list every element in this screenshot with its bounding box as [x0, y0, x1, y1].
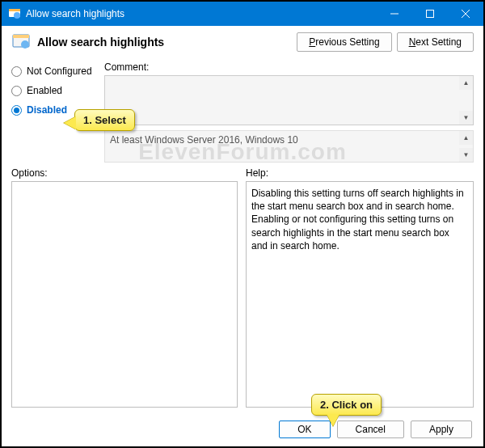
radio-label: Disabled	[27, 104, 67, 116]
scroll-down-icon[interactable]: ▼	[459, 148, 473, 162]
previous-setting-button[interactable]: Previous Setting	[297, 32, 391, 52]
minimize-button[interactable]	[377, 2, 412, 26]
radio-dot-icon	[11, 105, 22, 116]
apply-button[interactable]: Apply	[411, 421, 472, 438]
callout-click: 2. Click on	[311, 394, 382, 416]
help-text: Disabling this setting turns off search …	[251, 188, 464, 251]
scroll-down-icon[interactable]: ▼	[459, 111, 473, 125]
radio-dot-icon	[11, 66, 22, 77]
cancel-button[interactable]: Cancel	[337, 421, 404, 438]
window-title: Allow search highlights	[26, 8, 377, 19]
svg-point-9	[21, 40, 29, 49]
next-setting-button[interactable]: Next Setting	[397, 32, 474, 52]
policy-icon	[8, 7, 21, 20]
radio-dot-icon	[11, 86, 22, 96]
supported-on-box: At least Windows Server 2016, Windows 10…	[104, 130, 474, 163]
callout-select: 1. Select	[74, 109, 135, 131]
comment-textarea[interactable]: ▲ ▼	[104, 75, 474, 125]
maximize-button[interactable]	[412, 2, 448, 26]
dialog-footer: OK Cancel Apply	[279, 421, 472, 438]
policy-icon	[11, 32, 31, 52]
comment-label: Comment:	[104, 61, 474, 73]
scroll-up-icon[interactable]: ▲	[459, 76, 473, 90]
radio-enabled[interactable]: Enabled	[11, 81, 104, 100]
options-label: Options:	[11, 167, 238, 179]
title-bar: Allow search highlights	[2, 2, 483, 26]
help-pane: Disabling this setting turns off search …	[246, 181, 474, 408]
svg-rect-4	[427, 11, 434, 18]
svg-rect-8	[13, 35, 29, 38]
page-title: Allow search highlights	[37, 36, 292, 49]
svg-point-2	[14, 12, 20, 19]
help-label: Help:	[246, 167, 474, 179]
svg-rect-1	[9, 9, 20, 11]
svg-line-6	[462, 10, 470, 18]
svg-line-5	[462, 10, 470, 18]
header-row: Allow search highlights Previous Setting…	[2, 26, 483, 58]
options-pane	[11, 181, 238, 408]
radio-label: Enabled	[27, 85, 62, 96]
supported-on-text: At least Windows Server 2016, Windows 10	[110, 134, 298, 146]
radio-label: Not Configured	[27, 66, 92, 77]
scroll-up-icon[interactable]: ▲	[459, 131, 473, 145]
radio-not-configured[interactable]: Not Configured	[11, 61, 104, 81]
close-button[interactable]	[448, 2, 483, 26]
ok-button[interactable]: OK	[279, 421, 330, 438]
